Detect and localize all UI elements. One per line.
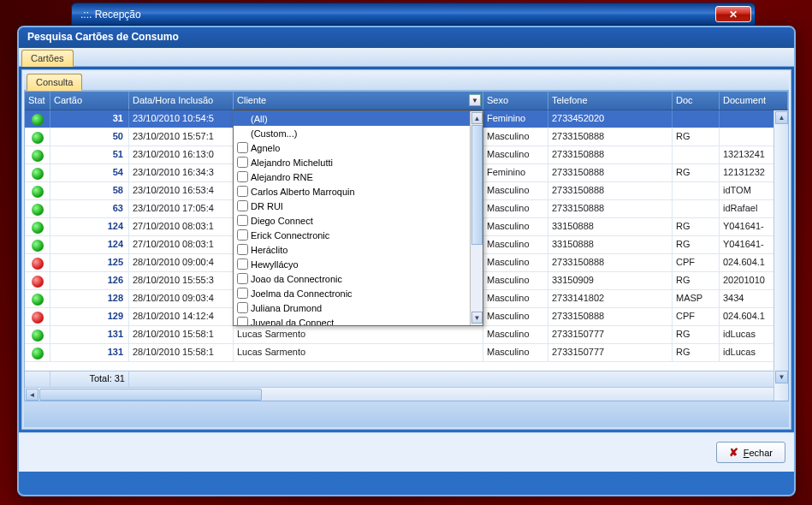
table-row[interactable]: 13128/10/2010 15:58:1Lucas SarmentoMascu… [25, 344, 788, 362]
filter-item-label: Agnelo [251, 143, 280, 153]
filter-all[interactable]: (All) [234, 111, 483, 126]
scroll-down-arrow[interactable]: ▼ [775, 371, 788, 383]
status-cell [25, 272, 50, 289]
telefone-cell: 2733150888 [548, 164, 673, 181]
vertical-scrollbar[interactable]: ▲ ▼ [773, 110, 788, 401]
filter-item[interactable]: Juvenal da Connect [234, 315, 483, 326]
filter-dropdown-arrow[interactable]: ▼ [469, 94, 481, 106]
filter-checkbox[interactable] [237, 244, 248, 255]
outer-close-button[interactable]: ✕ [715, 6, 751, 22]
filter-scroll-thumb[interactable] [471, 125, 483, 245]
filter-item[interactable]: DR RUI [234, 199, 483, 213]
doc-cell: CPF [673, 308, 720, 325]
filter-item[interactable]: Alejandro Michelutti [234, 155, 483, 169]
col-data[interactable]: Data/Hora Inclusão [129, 92, 234, 110]
filter-checkbox[interactable] [237, 215, 248, 226]
col-doc[interactable]: Doc [673, 92, 720, 110]
col-cliente-label: Cliente [237, 95, 266, 105]
filter-checkbox[interactable] [237, 317, 248, 326]
doc-cell: RG [673, 218, 720, 235]
filter-checkbox[interactable] [237, 186, 248, 197]
telefone-cell: 2733150777 [548, 326, 673, 343]
scroll-left-arrow[interactable]: ◄ [26, 389, 39, 401]
sexo-cell: Masculino [483, 290, 548, 307]
tab-cartoes[interactable]: Cartões [21, 50, 74, 67]
col-status[interactable]: Stat [25, 92, 50, 110]
filter-item[interactable]: Agnelo [234, 140, 483, 155]
filter-item[interactable]: Erick Connectronic [234, 228, 483, 242]
table-row[interactable]: 13128/10/2010 15:58:1Lucas SarmentoMascu… [25, 326, 788, 344]
telefone-cell: 2733141802 [548, 290, 673, 307]
status-green-icon [32, 204, 44, 216]
data-cell: 23/10/2010 16:53:4 [129, 182, 234, 199]
filter-checkbox[interactable] [237, 229, 248, 241]
close-red-icon: ✘ [729, 446, 738, 459]
filter-item[interactable]: Heráclito [234, 242, 483, 257]
filter-custom[interactable]: (Custom...) [234, 126, 483, 140]
status-cell [25, 146, 50, 163]
filter-item[interactable]: Diego Connect [234, 213, 483, 228]
filter-scroll-up-arrow[interactable]: ▲ [471, 112, 483, 124]
filter-item[interactable]: Joelma da Connectronic [234, 286, 483, 300]
fechar-button[interactable]: ✘ Fechar [716, 442, 785, 463]
data-cell: 23/10/2010 16:34:3 [129, 164, 234, 181]
cartao-cell: 128 [50, 290, 129, 307]
cartao-cell: 31 [50, 110, 129, 128]
doc-cell: MASP [673, 290, 720, 307]
telefone-cell: 33150888 [548, 218, 673, 235]
cartao-cell: 125 [50, 254, 129, 271]
filter-checkbox[interactable] [237, 142, 248, 153]
main-titlebar[interactable]: Pesquisa Cartões de Consumo [19, 27, 794, 48]
filter-scroll-down-arrow[interactable]: ▼ [471, 312, 483, 324]
filter-checkbox[interactable] [237, 200, 248, 211]
filter-item-label: Erick Connectronic [251, 230, 329, 241]
sexo-cell: Masculino [483, 236, 548, 253]
doc-cell: RG [673, 326, 720, 343]
data-cell: 23/10/2010 15:57:1 [129, 128, 234, 146]
filter-checkbox[interactable] [237, 302, 248, 313]
sexo-cell: Masculino [483, 272, 548, 289]
status-green-icon [32, 294, 44, 306]
sexo-cell: Masculino [483, 128, 548, 146]
outer-window: .::. Recepção ✕ [71, 3, 756, 28]
filter-checkbox[interactable] [237, 171, 248, 182]
filter-checkbox[interactable] [237, 258, 248, 270]
outer-titlebar[interactable]: .::. Recepção ✕ [71, 3, 756, 26]
doc-cell [673, 182, 720, 199]
filter-scrollbar[interactable]: ▲ ▼ [470, 111, 483, 325]
filter-item-label: Carlos Alberto Marroquin [251, 187, 355, 197]
telefone-cell: 2733150888 [548, 182, 673, 199]
doc-cell: RG [673, 272, 720, 289]
col-cartao[interactable]: Cartão [50, 92, 129, 110]
col-sexo[interactable]: Sexo [483, 92, 548, 110]
tab-consulta[interactable]: Consulta [27, 74, 82, 91]
doc-cell: RG [673, 128, 720, 146]
filter-item[interactable]: Juliana Drumond [234, 300, 483, 315]
filter-item-label: Juliana Drumond [251, 303, 322, 313]
filter-item[interactable]: Alejandro RNE [234, 169, 483, 184]
status-cell [25, 344, 50, 361]
fechar-label: Fechar [744, 448, 773, 458]
sexo-cell: Masculino [483, 218, 548, 235]
cartao-cell: 124 [50, 218, 129, 235]
horizontal-scrollbar[interactable]: ◄ ► [25, 387, 788, 401]
status-cell [25, 254, 50, 271]
panel-spacer [24, 401, 789, 427]
filter-item[interactable]: Carlos Alberto Marroquin [234, 184, 483, 199]
filter-item[interactable]: Joao da Connectronic [234, 271, 483, 286]
telefone-cell: 2733150777 [548, 344, 673, 361]
filter-checkbox[interactable] [237, 157, 248, 168]
filter-checkbox[interactable] [237, 288, 248, 299]
cartao-cell: 131 [50, 344, 129, 361]
data-cell: 28/10/2010 09:03:4 [129, 290, 234, 307]
col-documento[interactable]: Document [720, 92, 788, 110]
sexo-cell: Masculino [483, 146, 548, 163]
hscroll-thumb[interactable] [39, 389, 262, 401]
cartao-cell: 124 [50, 236, 129, 253]
filter-checkbox[interactable] [237, 273, 248, 284]
filter-item[interactable]: Hewyllácyo [234, 257, 483, 271]
col-cliente[interactable]: Cliente ▼ [234, 92, 483, 110]
col-telefone[interactable]: Telefone [548, 92, 673, 110]
scroll-up-arrow[interactable]: ▲ [775, 111, 788, 124]
doc-cell: RG [673, 164, 720, 181]
